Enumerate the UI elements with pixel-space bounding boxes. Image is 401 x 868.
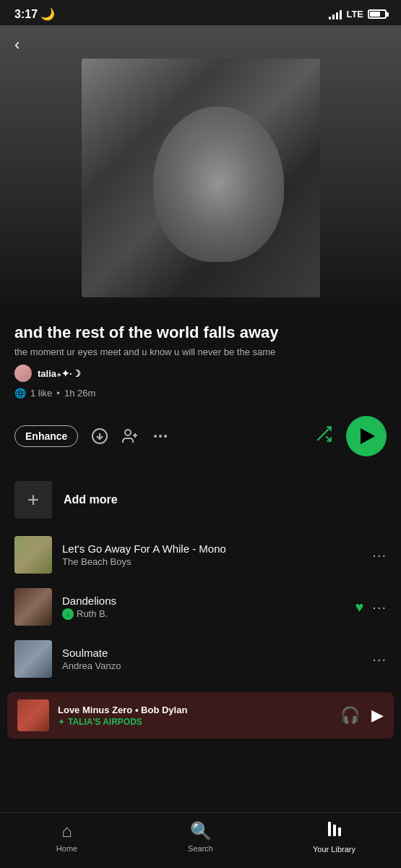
- battery-icon: [368, 9, 387, 19]
- now-playing-thumbnail: [17, 699, 49, 731]
- album-art: [82, 59, 320, 297]
- home-icon: ⌂: [61, 821, 72, 841]
- song-artist: The Beach Boys: [62, 556, 131, 567]
- song-info: Soulmate Andrea Vanzo: [62, 647, 362, 671]
- nav-item-home[interactable]: ⌂ Home: [0, 821, 134, 853]
- song-artist-row: The Beach Boys: [62, 556, 362, 567]
- add-more-label: Add more: [64, 493, 118, 506]
- album-art-container: [0, 59, 401, 312]
- back-button[interactable]: ‹: [0, 31, 401, 59]
- add-more-icon: +: [14, 481, 52, 519]
- play-icon: [361, 428, 375, 444]
- song-thumbnail: [14, 588, 52, 626]
- bluetooth-icon: ✦: [58, 717, 65, 727]
- svg-rect-11: [333, 825, 336, 836]
- playlist-duration: 1h 26m: [64, 388, 95, 399]
- status-time: 3:17 🌙: [14, 7, 55, 21]
- song-more-button[interactable]: ···: [372, 599, 387, 616]
- nav-library-label: Your Library: [313, 845, 355, 854]
- now-play-button[interactable]: ▶: [371, 706, 384, 725]
- now-playing-device: ✦ TALIA'S AIRPODS: [58, 717, 332, 727]
- song-more-button[interactable]: ···: [372, 547, 387, 563]
- globe-icon: 🌐: [14, 388, 26, 399]
- playlist-info: and the rest of the world falls away the…: [0, 312, 401, 416]
- now-playing-bar[interactable]: Love Minus Zero • Bob Dylan ✦ TALIA'S AI…: [7, 692, 394, 739]
- list-item[interactable]: Dandelions Ruth B. ♥ ···: [14, 581, 387, 633]
- playlist-owner: talia₊✦·☽: [14, 365, 387, 382]
- now-playing-info: Love Minus Zero • Bob Dylan ✦ TALIA'S AI…: [58, 705, 332, 727]
- song-info: Let's Go Away For A While - Mono The Bea…: [62, 542, 362, 567]
- list-item[interactable]: Soulmate Andrea Vanzo ···: [14, 633, 387, 685]
- header-area: ‹: [0, 25, 401, 312]
- signal-icon: [329, 9, 342, 20]
- song-actions: ···: [372, 651, 387, 668]
- add-more-row[interactable]: + Add more: [14, 471, 387, 529]
- svg-rect-10: [328, 822, 331, 836]
- device-label: TALIA'S AIRPODS: [68, 717, 142, 727]
- now-playing-title: Love Minus Zero • Bob Dylan: [58, 705, 332, 715]
- more-options-button[interactable]: [152, 427, 169, 445]
- downloaded-icon: [62, 608, 74, 620]
- list-item[interactable]: Let's Go Away For A While - Mono The Bea…: [14, 529, 387, 581]
- now-playing-controls: 🎧 ▶: [340, 706, 384, 725]
- nav-item-search[interactable]: 🔍 Search: [134, 821, 267, 853]
- controls-row: Enhance: [0, 416, 401, 471]
- owner-name: talia₊✦·☽: [38, 368, 81, 379]
- owner-avatar: [14, 365, 32, 382]
- search-icon: 🔍: [190, 821, 212, 841]
- svg-rect-12: [338, 827, 341, 836]
- song-actions: ···: [372, 547, 387, 563]
- nav-search-label: Search: [188, 844, 213, 853]
- svg-point-6: [159, 435, 162, 438]
- playlist-subtitle: the moment ur eyes meet and u know u wil…: [14, 346, 387, 357]
- song-actions: ♥ ···: [355, 599, 387, 616]
- song-info: Dandelions Ruth B.: [62, 595, 345, 620]
- heart-icon[interactable]: ♥: [355, 599, 363, 616]
- playlist-likes: 1 like: [30, 388, 52, 399]
- song-title: Soulmate: [62, 647, 362, 659]
- song-title: Let's Go Away For A While - Mono: [62, 542, 362, 555]
- song-title: Dandelions: [62, 595, 345, 607]
- nav-home-label: Home: [56, 844, 77, 853]
- playlist-title: and the rest of the world falls away: [14, 323, 387, 342]
- add-user-button[interactable]: [121, 427, 139, 445]
- svg-point-7: [164, 435, 167, 438]
- song-thumbnail: [14, 536, 52, 574]
- song-list: + Add more Let's Go Away For A While - M…: [0, 471, 401, 685]
- playlist-meta: 🌐 1 like • 1h 26m: [14, 388, 387, 399]
- status-bar: 3:17 🌙 LTE: [0, 0, 401, 25]
- song-artist: Ruth B.: [77, 608, 108, 619]
- headphone-icon[interactable]: 🎧: [340, 706, 360, 725]
- svg-point-5: [154, 435, 157, 438]
- lte-label: LTE: [346, 9, 363, 20]
- svg-point-2: [125, 430, 131, 435]
- playlist-separator: •: [56, 388, 60, 399]
- shuffle-button[interactable]: [314, 425, 333, 448]
- library-icon: [326, 820, 343, 842]
- song-artist-row: Ruth B.: [62, 608, 345, 620]
- bottom-nav: ⌂ Home 🔍 Search Your Library: [0, 812, 401, 868]
- album-art-image: [82, 59, 320, 297]
- song-artist-row: Andrea Vanzo: [62, 660, 362, 671]
- song-more-button[interactable]: ···: [372, 651, 387, 668]
- song-artist: Andrea Vanzo: [62, 660, 121, 671]
- download-button[interactable]: [91, 427, 108, 445]
- song-thumbnail: [14, 640, 52, 678]
- nav-item-library[interactable]: Your Library: [267, 820, 401, 854]
- enhance-button[interactable]: Enhance: [14, 425, 78, 447]
- status-icons: LTE: [329, 9, 387, 20]
- play-button[interactable]: [346, 416, 387, 456]
